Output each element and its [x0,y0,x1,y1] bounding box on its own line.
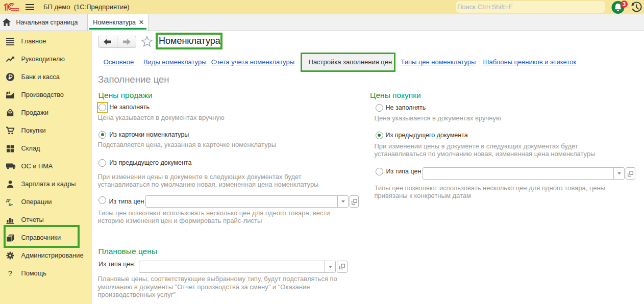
svg-text:Кт: Кт [9,202,13,207]
svg-text:?: ? [8,269,12,277]
svg-text:3: 3 [623,1,626,7]
